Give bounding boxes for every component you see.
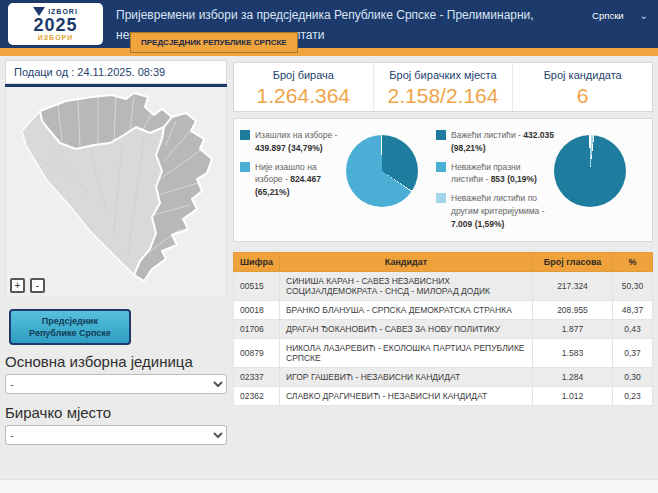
column-header: Број гласова (533, 253, 613, 272)
legend-item: Изашлих на изборе - 439.897 (34,79%) (240, 129, 340, 155)
logo-text-bottom: ИЗБОРИ (38, 34, 74, 41)
table-row: 00879НИКОЛА ЛАЗАРЕВИЋ - ЕКОЛОШКА ПАРТИЈА… (234, 339, 653, 368)
stat-voters: Број бирача 1.264.364 (234, 63, 373, 111)
map-panel: + - (5, 87, 227, 297)
column-header: % (613, 253, 653, 272)
stat-polling-stations: Број бирачких мјеста 2.158/2.164 (373, 63, 513, 111)
app: IZBORI 2025 ИЗБОРИ Пријевремени избори з… (0, 0, 658, 493)
vote-percent: 0,37 (613, 339, 653, 368)
legend-swatch (240, 162, 250, 172)
pie-chart-2 (554, 135, 626, 207)
candidate-code: 02362 (234, 387, 280, 406)
bosnia-map[interactable] (6, 87, 228, 297)
legend-swatch (240, 130, 250, 140)
vote-count: 208.955 (533, 301, 613, 320)
candidate-name: ДРАГАН ЂОКАНОВИЋ - САВЕЗ ЗА НОВУ ПОЛИТИК… (280, 320, 533, 339)
candidate-code: 00879 (234, 339, 280, 368)
table-row: 02362СЛАВКО ДРАГИЧЕВИЋ - НЕЗАВИСНИ КАНДИ… (234, 387, 653, 406)
pie-legend-2: Важећи листићи - 432.035 (98,21%)Неважећ… (436, 129, 554, 235)
main-content: Број бирача 1.264.364 Број бирачких мјес… (233, 62, 653, 406)
logo-year: 2025 (33, 16, 77, 34)
logo-text-top: IZBORI (48, 8, 78, 15)
sidebar: Подаци од : 24.11.2025. 08:39 (5, 60, 227, 451)
candidate-name: БРАНКО БЛАНУША - СРПСКА ДЕМОКРАТСКА СТРА… (280, 301, 533, 320)
candidate-name: СИНИША КАРАН - САВЕЗ НЕЗАВИСНИХ СОЦИЈАЛД… (280, 272, 533, 301)
legend-item: Неважећи листићи по другим критеријумима… (436, 192, 554, 230)
candidate-name: ИГОР ГАШЕВИЋ - НЕЗАВИСНИ КАНДИДАТ (280, 368, 533, 387)
stat-value: 6 (513, 84, 652, 108)
candidate-name: СЛАВКО ДРАГИЧЕВИЋ - НЕЗАВИСНИ КАНДИДАТ (280, 387, 533, 406)
vote-percent: 48,37 (613, 301, 653, 320)
vote-percent: 0,30 (613, 368, 653, 387)
results-table-header-row: ШифраКандидатБрој гласова% (234, 253, 653, 272)
map-zoom-out-button[interactable]: - (30, 278, 45, 293)
stat-value: 2.158/2.164 (374, 84, 513, 108)
legend-item: Није изашло на изборе - 824.467 (65,21%) (240, 161, 340, 199)
legend-swatch (436, 193, 446, 203)
results-table-wrap: ШифраКандидатБрој гласова% 00515СИНИША К… (233, 252, 653, 406)
station-select[interactable]: - (5, 425, 227, 445)
pie-legend-1: Изашлих на изборе - 439.897 (34,79%)Није… (240, 129, 340, 235)
results-table: ШифраКандидатБрој гласова% 00515СИНИША К… (233, 252, 653, 406)
column-header: Шифра (234, 253, 280, 272)
race-filter-button[interactable]: Предсједник Републике Српске (9, 309, 131, 345)
chevron-down-icon: ⌄ (640, 10, 648, 21)
izbori-2025-logo: IZBORI 2025 ИЗБОРИ (8, 3, 103, 45)
candidate-code: 02337 (234, 368, 280, 387)
summary-stats-panel: Број бирача 1.264.364 Број бирачких мјес… (233, 62, 653, 112)
legend-label: Неважећи празни листићи - 853 (0,19%) (451, 161, 554, 187)
stat-candidates: Број кандидата 6 (512, 63, 652, 111)
stat-label: Број бирачких мјеста (374, 69, 513, 81)
table-row: 00018БРАНКО БЛАНУША - СРПСКА ДЕМОКРАТСКА… (234, 301, 653, 320)
table-row: 02337ИГОР ГАШЕВИЋ - НЕЗАВИСНИ КАНДИДАТ1.… (234, 368, 653, 387)
vote-count: 217.324 (533, 272, 613, 301)
language-label: Српски (592, 10, 624, 21)
unit-select-label: Основна изборна јединица (5, 353, 227, 370)
stat-label: Број кандидата (513, 69, 652, 81)
vote-count: 1.284 (533, 368, 613, 387)
vote-count: 1.877 (533, 320, 613, 339)
tab-president-republike-srpske[interactable]: ПРЕДСЈЕДНИК РЕПУБЛИКЕ СРПСКЕ (130, 32, 298, 53)
candidate-code: 00018 (234, 301, 280, 320)
vote-count: 1.012 (533, 387, 613, 406)
legend-label: Изашлих на изборе - 439.897 (34,79%) (255, 129, 340, 155)
legend-label: Није изашло на изборе - 824.467 (65,21%) (255, 161, 340, 199)
column-header: Кандидат (280, 253, 533, 272)
results-table-body: 00515СИНИША КАРАН - САВЕЗ НЕЗАВИСНИХ СОЦ… (234, 272, 653, 406)
vote-percent: 0,43 (613, 320, 653, 339)
candidate-code: 01706 (234, 320, 280, 339)
legend-label: Важећи листићи - 432.035 (98,21%) (451, 129, 554, 155)
header-accent-strip (0, 48, 658, 56)
data-timestamp: Подаци од : 24.11.2025. 08:39 (5, 60, 227, 84)
pie-charts-panel: Изашлих на изборе - 439.897 (34,79%)Није… (233, 118, 653, 242)
legend-swatch (436, 130, 446, 140)
legend-item: Важећи листићи - 432.035 (98,21%) (436, 129, 554, 155)
legend-swatch (436, 162, 446, 172)
language-selector[interactable]: Српски ⌄ (592, 10, 648, 21)
legend-label: Неважећи листићи по другим критеријумима… (451, 192, 554, 230)
legend-item: Неважећи празни листићи - 853 (0,19%) (436, 161, 554, 187)
pie-chart-1 (346, 135, 418, 207)
vote-percent: 0,23 (613, 387, 653, 406)
map-zoom-in-button[interactable]: + (10, 278, 25, 293)
vote-percent: 50,30 (613, 272, 653, 301)
vote-count: 1.583 (533, 339, 613, 368)
stat-value: 1.264.364 (234, 84, 373, 108)
table-row: 01706ДРАГАН ЂОКАНОВИЋ - САВЕЗ ЗА НОВУ ПО… (234, 320, 653, 339)
stat-label: Број бирача (234, 69, 373, 81)
station-select-label: Бирачко мјесто (5, 404, 227, 421)
candidate-code: 00515 (234, 272, 280, 301)
table-row: 00515СИНИША КАРАН - САВЕЗ НЕЗАВИСНИХ СОЦ… (234, 272, 653, 301)
footer-bar (0, 479, 658, 493)
candidate-name: НИКОЛА ЛАЗАРЕВИЋ - ЕКОЛОШКА ПАРТИЈА РЕПУ… (280, 339, 533, 368)
unit-select[interactable]: - (5, 374, 227, 394)
